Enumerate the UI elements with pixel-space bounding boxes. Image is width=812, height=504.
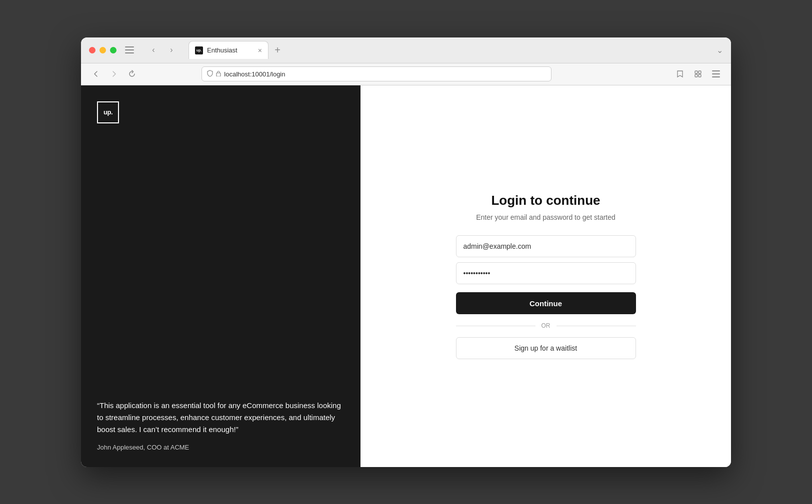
left-panel: up. “This application is an essential to… <box>81 85 360 467</box>
svg-rect-10 <box>712 76 720 77</box>
back-button[interactable]: ‹ <box>146 43 160 57</box>
lock-icon <box>216 70 221 77</box>
logo: up. <box>97 101 119 123</box>
login-title: Login to continue <box>491 193 600 208</box>
divider-line-right <box>556 326 636 326</box>
or-divider: OR <box>456 322 636 329</box>
password-input[interactable] <box>456 262 636 284</box>
reload-button[interactable] <box>125 67 139 81</box>
browser-titlebar: ‹ › up. Enthusiast × + ⌄ <box>81 37 731 63</box>
testimonial-block: “This application is an essential tool f… <box>97 400 344 451</box>
right-panel: Login to continue Enter your email and p… <box>360 85 731 467</box>
back-nav-button[interactable] <box>89 67 103 81</box>
svg-rect-5 <box>698 71 701 73</box>
tab-bar: up. Enthusiast × + <box>188 41 706 59</box>
url-text: localhost:10001/login <box>224 70 285 78</box>
minimize-button[interactable] <box>100 47 106 53</box>
new-tab-button[interactable]: + <box>270 43 284 57</box>
email-field-group <box>456 235 636 257</box>
svg-rect-9 <box>712 73 720 74</box>
shield-icon <box>207 70 213 78</box>
sidebar-toggle-button[interactable] <box>122 43 136 57</box>
chevron-down-icon[interactable]: ⌄ <box>716 45 723 55</box>
waitlist-button[interactable]: Sign up for a waitlist <box>456 337 636 359</box>
toolbar-actions <box>673 67 723 81</box>
browser-toolbar: localhost:10001/login <box>81 63 731 85</box>
traffic-lights <box>89 47 116 53</box>
tab-favicon: up. <box>195 46 203 54</box>
forward-nav-button[interactable] <box>107 67 121 81</box>
testimonial-author: John Appleseed, COO at ACME <box>97 444 344 451</box>
svg-rect-4 <box>695 71 698 73</box>
svg-rect-8 <box>712 70 720 71</box>
svg-rect-3 <box>216 73 220 76</box>
address-bar[interactable]: localhost:10001/login <box>202 66 552 81</box>
close-button[interactable] <box>89 47 96 53</box>
bookmark-button[interactable] <box>673 67 687 81</box>
browser-nav: ‹ › <box>146 43 178 57</box>
divider-line-left <box>456 326 536 326</box>
svg-rect-7 <box>698 74 701 77</box>
svg-rect-0 <box>125 46 134 47</box>
testimonial-quote: “This application is an essential tool f… <box>97 400 344 436</box>
tab-close-button[interactable]: × <box>258 46 262 54</box>
password-field-group <box>456 262 636 284</box>
forward-button[interactable]: › <box>164 43 178 57</box>
browser-window: ‹ › up. Enthusiast × + ⌄ <box>81 37 731 467</box>
active-tab[interactable]: up. Enthusiast × <box>188 41 268 59</box>
or-text: OR <box>542 322 550 329</box>
continue-button[interactable]: Continue <box>456 292 636 314</box>
menu-button[interactable] <box>709 67 723 81</box>
email-input[interactable] <box>456 235 636 257</box>
login-form-container: Login to continue Enter your email and p… <box>456 193 636 359</box>
tab-title: Enthusiast <box>207 46 238 54</box>
svg-rect-6 <box>695 74 698 77</box>
extension-button[interactable] <box>691 67 705 81</box>
maximize-button[interactable] <box>110 47 116 53</box>
svg-rect-2 <box>125 52 134 53</box>
page-content: up. “This application is an essential to… <box>81 85 731 467</box>
svg-rect-1 <box>125 49 134 50</box>
login-subtitle: Enter your email and password to get sta… <box>476 213 616 221</box>
